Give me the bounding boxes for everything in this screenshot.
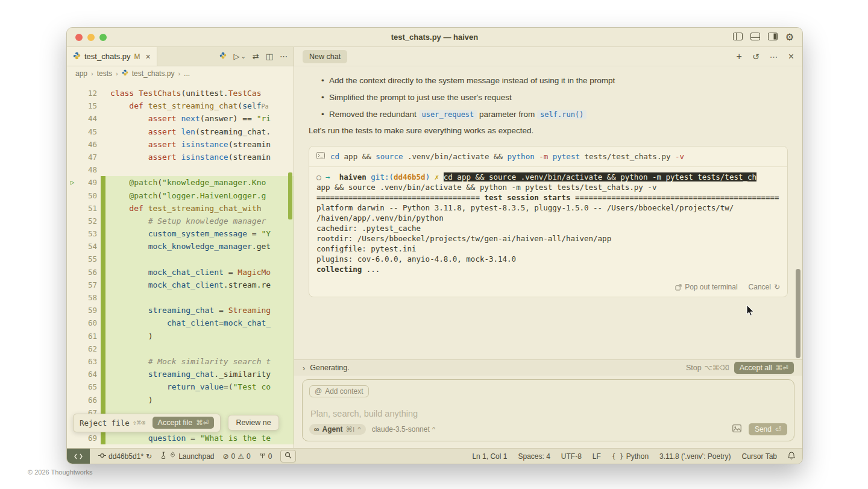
code-editor[interactable]: 12class TestChats(unittest.TestCas15 def… [67, 81, 294, 448]
toggle-sidebar-left-icon[interactable] [733, 32, 743, 43]
python-file-icon [122, 69, 128, 78]
flask-icon [160, 452, 167, 461]
status-launchpad[interactable]: Launchpad [160, 452, 214, 461]
diff-added-bar [101, 125, 105, 138]
code-line[interactable]: 44 assert next(answer) == "ri [67, 112, 294, 125]
history-icon[interactable]: ↺ [752, 52, 760, 62]
more-actions-icon[interactable]: ⋯ [280, 52, 288, 61]
status-language[interactable]: { } Python [612, 452, 649, 461]
status-ports[interactable]: 0 [259, 452, 272, 461]
code-line[interactable]: 55 [67, 253, 294, 265]
pop-out-icon [675, 284, 682, 291]
code-line[interactable]: 65 return_value=("Test co [67, 380, 294, 393]
breadcrumb-tests[interactable]: tests [97, 69, 112, 78]
close-panel-icon[interactable]: × [788, 51, 794, 62]
new-chat-icon[interactable]: + [737, 51, 742, 62]
code-line[interactable]: 52 # Setup knowledge manager [67, 215, 294, 227]
split-editor-icon[interactable]: ◫ [266, 52, 273, 61]
code-line[interactable]: 12class TestChats(unittest.TestCas [67, 87, 294, 99]
toggle-panel-icon[interactable] [750, 32, 760, 43]
code-line[interactable]: 54 mock_knowledge_manager.get [67, 240, 294, 253]
code-line[interactable]: 58 [67, 291, 294, 304]
run-python-file-icon[interactable] [219, 52, 227, 61]
chat-scrollbar-thumb[interactable] [796, 269, 800, 358]
code-line[interactable]: 50 @patch("logger.HaivenLogger.g [67, 189, 294, 202]
code-line-text: assert next(answer) == "ri [105, 112, 294, 125]
remote-indicator[interactable] [67, 449, 90, 464]
run-dropdown-icon[interactable]: ⌄ [241, 53, 245, 60]
code-line[interactable]: 15 def test_streaming_chat(selfPa [67, 99, 294, 112]
stop-button[interactable]: Stop ⌥⌘⌫ [686, 364, 729, 372]
run-file-icon[interactable]: ▷ [233, 52, 239, 61]
zoom-indicator[interactable] [280, 450, 296, 462]
cancel-button[interactable]: Cancel ↻ [749, 283, 780, 291]
code-line[interactable]: 63 # Mock similarity search t [67, 355, 294, 368]
accept-file-button[interactable]: Accept file ⌘⏎ [153, 417, 215, 429]
settings-gear-icon[interactable]: ⚙ [785, 33, 794, 42]
status-indentation[interactable]: Spaces: 4 [518, 452, 550, 461]
pop-out-terminal-button[interactable]: Pop out terminal [675, 283, 737, 291]
reject-file-button[interactable]: Reject file ⇧⌘⌫ [80, 417, 145, 429]
run-test-icon[interactable]: ▷ [67, 176, 78, 189]
chat-input[interactable] [310, 403, 786, 423]
more-options-icon[interactable]: ⋯ [770, 52, 778, 62]
code-line[interactable]: 60 chat_client=mock_chat_ [67, 317, 294, 329]
maximize-window-button[interactable] [99, 34, 107, 41]
status-problems[interactable]: ⊘ 0 ⚠ 0 [223, 452, 251, 461]
warning-icon: ⚠ [237, 452, 244, 461]
code-line[interactable]: ▷49 @patch("knowledge_manager.Kno [67, 176, 294, 189]
compare-changes-icon[interactable]: ⇄ [253, 52, 259, 61]
close-window-button[interactable] [75, 34, 83, 41]
breadcrumb-more[interactable]: ... [184, 69, 190, 78]
status-bar: dd46b5d1* ↻ Launchpad ⊘ 0 ⚠ 0 0 [67, 448, 802, 464]
diff-action-bar: Reject file ⇧⌘⌫ Accept file ⌘⏎ Review ne [73, 414, 294, 432]
diff-added-bar [101, 176, 105, 189]
send-button[interactable]: Send ⏎ [749, 423, 787, 435]
breadcrumb-app[interactable]: app [75, 69, 87, 78]
gutter-space [67, 138, 78, 151]
code-line[interactable]: 66 ) [67, 394, 294, 406]
gutter-space [67, 355, 78, 368]
code-line[interactable]: 61 ) [67, 330, 294, 342]
stop-shortcut: ⌥⌘⌫ [705, 364, 729, 372]
chat-message-area[interactable]: Add the context directly to the system m… [294, 66, 802, 359]
status-encoding[interactable]: UTF-8 [561, 452, 582, 461]
code-line[interactable]: 51 def test_streaming_chat_with [67, 202, 294, 215]
minimize-window-button[interactable] [87, 34, 95, 41]
close-tab-icon[interactable]: × [146, 52, 151, 62]
status-commit[interactable]: dd46b5d1* ↻ [98, 452, 152, 461]
infinity-icon: ∞ [314, 425, 319, 434]
status-cursor-position[interactable]: Ln 1, Col 1 [472, 452, 507, 461]
code-line[interactable]: 48 [67, 163, 294, 176]
sync-icon[interactable]: ↻ [146, 452, 152, 461]
chat-tab-new-chat[interactable]: New chat [303, 50, 347, 63]
code-line[interactable]: 57 mock_chat_client.stream.re [67, 279, 294, 291]
chevron-expand-icon[interactable]: › [303, 364, 305, 373]
code-line[interactable]: 47 assert isinstance(streamin [67, 151, 294, 163]
code-line[interactable]: 62 [67, 342, 294, 355]
terminal-block[interactable]: cd app && source .venv/bin/activate && p… [309, 146, 788, 297]
code-line[interactable]: 59 streaming_chat = Streaming [67, 304, 294, 317]
code-line[interactable]: 53 custom_system_message = "Y [67, 227, 294, 240]
gutter-space [67, 99, 78, 112]
code-line[interactable]: 64 streaming_chat._similarity [67, 368, 294, 380]
add-context-chip[interactable]: @ Add context [309, 385, 369, 397]
toggle-sidebar-right-icon[interactable] [768, 32, 778, 43]
tab-test-chats[interactable]: test_chats.py M × [67, 47, 157, 66]
agent-mode-selector[interactable]: ∞ Agent ⌘I ^ [309, 424, 366, 435]
status-interpreter[interactable]: 3.11.8 ('.venv': Poetry) [659, 452, 731, 461]
breadcrumb-file[interactable]: test_chats.py [132, 69, 175, 78]
model-selector[interactable]: claude-3.5-sonnet ^ [372, 425, 435, 434]
chat-input-box[interactable]: @ Add context ∞ Agent ⌘I ^ claude-3.5-so… [302, 379, 794, 441]
image-attach-icon[interactable] [732, 424, 741, 435]
review-next-button[interactable]: Review ne [228, 415, 278, 431]
code-line[interactable]: 56 mock_chat_client = MagicMo [67, 266, 294, 279]
accept-all-button[interactable]: Accept all ⌘⏎ [734, 362, 794, 374]
bell-icon[interactable] [788, 452, 795, 461]
status-cursor-tab[interactable]: Cursor Tab [742, 452, 777, 461]
status-eol[interactable]: LF [593, 452, 601, 461]
code-line[interactable]: 46 assert isinstance(streamin [67, 138, 294, 151]
code-line[interactable]: 45 assert len(streaming_chat. [67, 125, 294, 138]
diff-added-bar [101, 330, 105, 342]
code-line[interactable]: 69 question = "What is the te [67, 432, 294, 444]
